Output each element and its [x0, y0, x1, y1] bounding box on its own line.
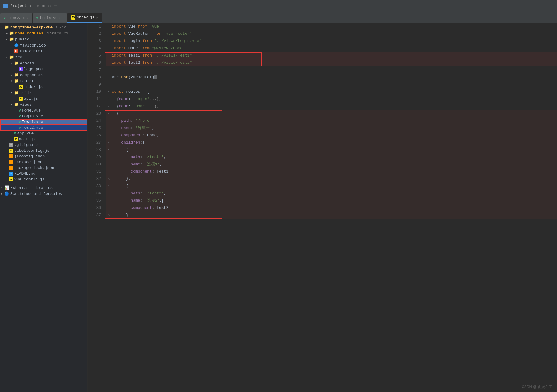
sidebar-item-tuils[interactable]: ▾ 📁 tuils [0, 90, 87, 96]
tab-index-js[interactable]: JS index.js ✕ [67, 13, 102, 23]
arrow-test1-vue [15, 120, 18, 124]
vue-config-label: vue.config.js [14, 177, 45, 182]
sidebar-item-src[interactable]: ▾ 📁 src [0, 54, 87, 60]
ext-libs-icon: 📊 [4, 185, 9, 190]
layout-icon[interactable]: ⇄ [42, 4, 45, 8]
code-line-7 [106, 66, 557, 74]
arrow-login-vue [15, 115, 18, 118]
line-23-content: { [112, 110, 557, 117]
line-31-content: component: Test1 [112, 168, 557, 175]
code-line-35: name: '选项2', [106, 197, 557, 204]
tab-home-vue[interactable]: V Home.vue ✕ [0, 13, 33, 23]
sidebar-item-package-lock[interactable]: J package-lock.json [0, 165, 87, 171]
vue-icon-app: V [14, 132, 16, 135]
code-line-2: import VueRouter from 'vue-router' [106, 30, 557, 37]
sidebar-item-app-vue[interactable]: V App.vue [0, 131, 87, 136]
sidebar-item-test1-vue[interactable]: V Test1.vue [0, 119, 87, 125]
sidebar-item-vue-config[interactable]: JS vue.config.js [0, 177, 87, 182]
arrow-gitignore [5, 143, 8, 147]
code-line-3: import Login from '../views/Login.vue' [106, 37, 557, 45]
test2-vue-label: Test2.vue [22, 125, 43, 130]
sidebar-item-public[interactable]: ▾ 📁 public [0, 36, 87, 42]
sidebar-item-views[interactable]: ▾ 📁 views [0, 102, 87, 108]
code-line-9 [106, 81, 557, 88]
folder-icon-router: 📁 [14, 79, 19, 83]
tab-login-vue[interactable]: V Login.vue ✕ [33, 13, 67, 23]
sidebar-item-readme[interactable]: M README.md [0, 171, 87, 177]
arrow-src: ▾ [5, 55, 8, 59]
package-json-label: package.json [14, 160, 43, 164]
sidebar-item-components[interactable]: ▶ 📁 components [0, 72, 87, 78]
gitignore-label: .gitignore [14, 143, 38, 147]
root-label: hongxinben-erp-vue [10, 25, 53, 30]
code-line-10: ▾ const routes = [ [106, 88, 557, 96]
tab-close-home[interactable]: ✕ [27, 16, 29, 20]
folder-icon-node-modules: 📁 [9, 31, 14, 36]
node-modules-sub: library ro [45, 31, 68, 36]
arrow-root: ▾ [0, 25, 4, 29]
sidebar-item-scratches[interactable]: ▶ 🔵 Scratches and Consoles [0, 191, 87, 197]
sidebar-item-external-libraries[interactable]: ▾ 📊 External Libraries [0, 185, 87, 191]
line-28-content: { [112, 146, 557, 154]
arrow-components: ▶ [10, 73, 13, 77]
code-line-27: ▾ children:[ [106, 139, 557, 146]
sidebar-item-favicon[interactable]: 🔷 favicon.ico [0, 42, 87, 48]
settings-icon[interactable]: ⚙ [48, 4, 51, 8]
code-line-37: △ } [106, 212, 557, 219]
vue-icon-test1: V [19, 120, 21, 124]
line-33-content: { [112, 183, 557, 190]
sidebar-item-babel-config[interactable]: JS babel.config.js [0, 148, 87, 154]
project-label[interactable]: Project [10, 4, 27, 8]
dropdown-arrow[interactable]: ▾ [29, 4, 32, 8]
js-icon-main: JS [14, 137, 18, 141]
arrow-ext-libs: ▾ [0, 186, 4, 190]
sidebar-item-assets[interactable]: ▾ 📁 assets [0, 60, 87, 66]
fold-17: ▸ [106, 103, 112, 110]
router-label: router [20, 79, 34, 83]
line-3-content: import Login from '../views/Login.vue' [112, 37, 557, 45]
sidebar-item-node-modules[interactable]: ▶ 📁 node_modules library ro [0, 30, 87, 36]
tab-close-login[interactable]: ✕ [61, 16, 63, 20]
sidebar-item-router-index[interactable]: JS index.js [0, 84, 87, 90]
arrow-babel-config [5, 149, 8, 153]
folder-icon-assets: 📁 [14, 61, 19, 66]
arrow-main-js [10, 138, 13, 141]
line-5-content: import Test1 from "../views/Test1"; [112, 52, 557, 59]
sidebar-item-home-vue[interactable]: V Home.vue [0, 108, 87, 113]
sidebar: ▾ 📁 hongxinben-erp-vue D:\co ▶ 📁 node_mo… [0, 23, 88, 392]
router-index-label: index.js [24, 85, 43, 89]
sidebar-item-index-html[interactable]: H index.html [0, 48, 87, 54]
code-line-34: path: '/test2', [106, 190, 557, 197]
js-icon: JS [71, 15, 75, 20]
logo-label: logo.png [24, 67, 43, 71]
tab-close-index[interactable]: ✕ [96, 16, 99, 20]
js-icon-babel: JS [9, 149, 13, 153]
sidebar-item-root[interactable]: ▾ 📁 hongxinben-erp-vue D:\co [0, 24, 87, 30]
arrow-package-json [5, 160, 8, 164]
sidebar-item-test2-vue[interactable]: V Test2.vue [0, 125, 87, 131]
sidebar-item-package-json[interactable]: J package.json [0, 159, 87, 165]
sidebar-item-gitignore[interactable]: G .gitignore [0, 142, 87, 148]
globe-icon[interactable]: ⊕ [36, 4, 39, 8]
scratches-icon: 🔵 [4, 191, 9, 196]
code-content-area[interactable]: import Vue from 'vue' import VueRouter f… [105, 23, 557, 392]
code-line-25: name: '导航一', [106, 125, 557, 132]
jsconfig-label: jsconfig.json [14, 154, 45, 159]
index-html-label: index.html [19, 49, 43, 53]
sidebar-item-login-vue[interactable]: V Login.vue [0, 113, 87, 119]
line-10-content: const routes = [ [112, 88, 557, 96]
sidebar-item-logo[interactable]: P logo.png [0, 66, 87, 72]
title-bar: Project ▾ ⊕ ⇄ ⚙ ─ [0, 0, 557, 12]
tuils-label: tuils [20, 91, 32, 95]
sidebar-item-jsconfig[interactable]: J jsconfig.json [0, 154, 87, 159]
vue-icon-home: V [19, 109, 21, 112]
fold-11: ▸ [106, 96, 112, 103]
minimize-icon[interactable]: ─ [54, 4, 57, 8]
code-line-33: ▾ { [106, 183, 557, 190]
arrow-logo [15, 67, 18, 71]
sidebar-item-router[interactable]: ▾ 📁 router [0, 78, 87, 84]
node-modules-label: node_modules [15, 31, 44, 36]
sidebar-item-main-js[interactable]: JS main.js [0, 136, 87, 142]
code-line-31: component: Test1 [106, 168, 557, 175]
sidebar-item-api[interactable]: JS api.js [0, 96, 87, 102]
